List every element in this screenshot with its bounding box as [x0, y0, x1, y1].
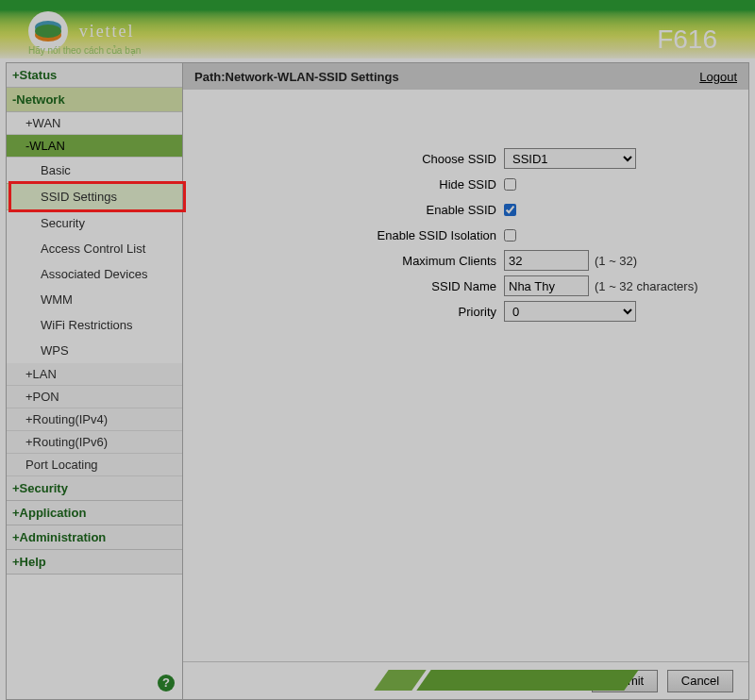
footer-bar: Submit Cancel	[183, 661, 748, 699]
nav-wlan-acl[interactable]: Access Control List	[7, 236, 182, 261]
nav-wlan[interactable]: -WLAN	[7, 135, 182, 158]
nav-pon[interactable]: +PON	[7, 386, 182, 408]
nav-wlan-wps[interactable]: WPS	[7, 338, 182, 363]
label-choose-ssid: Choose SSID	[183, 152, 504, 166]
hint-ssid-name: (1 ~ 32 characters)	[595, 279, 697, 293]
nav-lan[interactable]: +LAN	[7, 363, 182, 386]
hide-ssid-checkbox[interactable]	[504, 178, 516, 191]
breadcrumb-prefix: Path:	[194, 70, 226, 84]
nav-wlan-associated[interactable]: Associated Devices	[7, 261, 182, 287]
path-bar: Path:Network-WLAN-SSID Settings Logout	[183, 63, 748, 90]
breadcrumb: Path:Network-WLAN-SSID Settings	[194, 70, 399, 84]
nav-wan[interactable]: +WAN	[7, 112, 182, 135]
label-enable-isolation: Enable SSID Isolation	[183, 228, 504, 242]
nav-port-locating[interactable]: Port Locating	[7, 454, 182, 476]
nav-security[interactable]: +Security	[7, 476, 182, 501]
sidebar: +Status -Network +WAN -WLAN Basic SSID S…	[6, 62, 183, 700]
nav-status[interactable]: +Status	[7, 63, 182, 88]
nav-routing-ipv4[interactable]: +Routing(IPv4)	[7, 408, 182, 431]
brand-tagline: Hãy nói theo cách của bạn	[28, 45, 141, 56]
main-panel: Path:Network-WLAN-SSID Settings Logout C…	[183, 62, 749, 700]
nav-wlan-wmm[interactable]: WMM	[7, 287, 182, 312]
model-label: F616	[657, 25, 717, 55]
nav-help[interactable]: +Help	[7, 550, 182, 575]
enable-isolation-checkbox[interactable]	[504, 229, 516, 242]
label-enable-ssid: Enable SSID	[183, 203, 504, 217]
max-clients-input[interactable]	[504, 250, 589, 271]
nav-wlan-security[interactable]: Security	[7, 210, 182, 236]
header: viettel Hãy nói theo cách của bạn F616	[0, 0, 755, 58]
help-icon[interactable]: ?	[158, 675, 175, 692]
form-content: Choose SSID SSID1 Hide SSID Enable SSID	[183, 90, 748, 661]
nav-routing-ipv6[interactable]: +Routing(IPv6)	[7, 431, 182, 454]
label-hide-ssid: Hide SSID	[183, 177, 504, 192]
nav-wlan-basic[interactable]: Basic	[7, 158, 182, 183]
svg-point-2	[35, 25, 61, 38]
priority-select[interactable]: 0	[504, 301, 636, 322]
logout-link[interactable]: Logout	[699, 70, 737, 84]
label-priority: Priority	[183, 305, 504, 319]
choose-ssid-select[interactable]: SSID1	[504, 148, 636, 169]
hint-max-clients: (1 ~ 32)	[595, 254, 637, 268]
enable-ssid-checkbox[interactable]	[504, 204, 516, 216]
ssid-name-input[interactable]	[504, 275, 589, 296]
label-ssid-name: SSID Name	[183, 279, 504, 293]
nav-administration[interactable]: +Administration	[7, 525, 182, 550]
label-max-clients: Maximum Clients	[183, 254, 504, 268]
brand-word: viettel	[79, 22, 135, 42]
breadcrumb-path: Network-WLAN-SSID Settings	[226, 70, 399, 84]
nav-wlan-wifirestrictions[interactable]: WiFi Restrictions	[7, 312, 182, 338]
nav-network[interactable]: -Network	[7, 88, 182, 112]
nav-wlan-ssid-settings[interactable]: SSID Settings	[7, 183, 182, 210]
footer-stripe-icon	[193, 670, 598, 691]
nav-application[interactable]: +Application	[7, 501, 182, 525]
cancel-button[interactable]: Cancel	[667, 670, 733, 692]
